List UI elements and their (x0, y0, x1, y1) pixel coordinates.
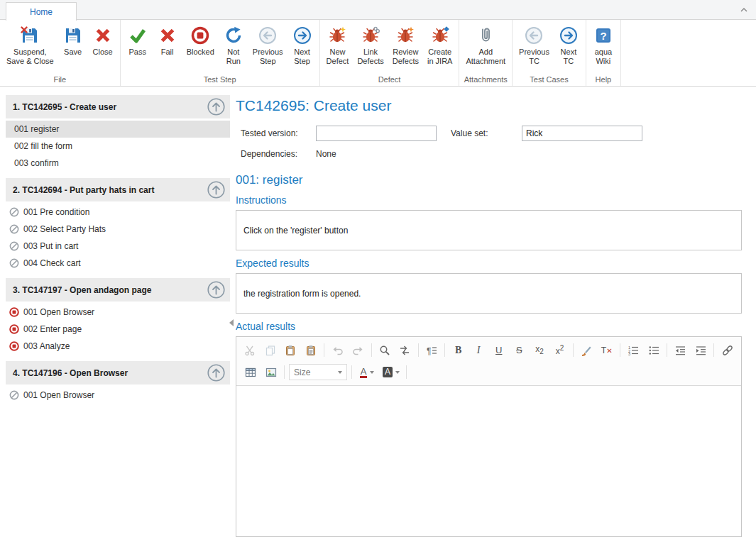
step-item-open-browser-2[interactable]: 001 Open Browser (6, 387, 230, 404)
testcase-section-4: 4. TC147196 - Open Browser 001 Open Brow… (6, 361, 230, 404)
insert-image-button[interactable] (261, 363, 280, 381)
previous-step-icon (258, 26, 278, 45)
numbered-list-button[interactable]: 123 (624, 341, 643, 359)
scroll-to-top-button[interactable] (207, 180, 226, 199)
step-item-check-cart[interactable]: 004 Check cart (6, 255, 230, 272)
superscript-button[interactable]: x2 (550, 341, 569, 359)
testcase-section-1: 1. TC142695 - Create user 001 register 0… (6, 95, 230, 172)
testcase-header-4[interactable]: 4. TC147196 - Open Browser (6, 361, 230, 385)
replace-button[interactable] (395, 341, 415, 359)
show-blocks-button[interactable]: ¶ (422, 341, 442, 359)
scroll-to-top-button[interactable] (207, 280, 226, 299)
copy-formatting-button[interactable] (577, 341, 596, 359)
link-defects-button[interactable]: LinkDefects (353, 21, 388, 74)
previous-tc-button[interactable]: PreviousTC (515, 21, 554, 74)
help-icon: ? (594, 26, 613, 45)
actual-results-input[interactable] (236, 386, 741, 536)
redo-icon (352, 345, 363, 356)
paste-text-button[interactable] (302, 341, 321, 359)
review-defects-button[interactable]: ReviewDefects (388, 21, 423, 74)
create-in-jira-button[interactable]: Createin JIRA (423, 21, 456, 74)
toolbar-separator (573, 343, 574, 357)
scroll-to-top-button[interactable] (207, 363, 226, 382)
value-set-label: Value set: (451, 128, 522, 138)
suspend-save-close-button[interactable]: Suspend,Save & Close (2, 21, 58, 74)
step-item-open-browser[interactable]: 001 Open Browser (6, 304, 230, 321)
copy-button[interactable] (261, 341, 280, 359)
not-run-button[interactable]: NotRun (219, 21, 248, 74)
dependencies-row: Dependencies: None (236, 149, 742, 159)
font-size-select[interactable]: Size (289, 364, 347, 380)
redo-button[interactable] (349, 341, 368, 359)
underline-button[interactable]: U (489, 341, 508, 359)
close-button[interactable]: Close (88, 21, 118, 74)
value-set-input[interactable] (522, 126, 642, 141)
step-label: 004 Check cart (23, 258, 81, 268)
step-label: 003 Analyze (23, 341, 70, 351)
next-tc-button[interactable]: NextTC (554, 21, 584, 74)
bulleted-list-button[interactable] (645, 341, 664, 359)
splitter-collapse-button[interactable] (229, 319, 234, 326)
insert-table-button[interactable] (241, 363, 260, 381)
subscript-button[interactable]: x2 (530, 341, 549, 359)
step-label: 001 Open Browser (23, 307, 94, 317)
step-item-fill-the-form[interactable]: 002 fill the form (6, 138, 230, 155)
button-label: Attachment (466, 57, 505, 65)
tab-home[interactable]: Home (6, 2, 77, 21)
step-label: 002 Select Party Hats (23, 224, 106, 234)
scroll-to-top-button[interactable] (207, 97, 226, 116)
ribbon-group-attachments: AddAttachment Attachments (459, 20, 513, 86)
ribbon-group-defect: NewDefect LinkDefects ReviewDefects Crea… (320, 20, 460, 86)
decrease-indent-button[interactable] (671, 341, 690, 359)
italic-button[interactable]: I (469, 341, 488, 359)
testcase-header-3[interactable]: 3. TC147197 - Open andagon page (6, 278, 230, 302)
testcase-header-1[interactable]: 1. TC142695 - Create user (6, 95, 230, 118)
remove-format-button[interactable]: T✕ (597, 341, 616, 359)
text-color-button[interactable]: A (356, 363, 378, 381)
tested-version-label: Tested version: (236, 128, 316, 138)
testcase-title: 1. TC142695 - Create user (13, 102, 207, 112)
find-button[interactable] (376, 341, 395, 359)
step-item-pre-condition[interactable]: 001 Pre condition (6, 204, 230, 221)
toolbar-separator (418, 343, 419, 357)
step-item-confirm[interactable]: 003 confirm (6, 155, 230, 172)
link-button[interactable] (718, 341, 737, 359)
testcase-section-2: 2. TC142694 - Put party hats in cart 001… (6, 178, 230, 272)
blocked-button[interactable]: Blocked (182, 21, 219, 74)
paste-text-icon (305, 345, 317, 356)
button-label: Run (226, 57, 241, 65)
toolbar-separator (713, 343, 714, 357)
bold-button[interactable]: B (449, 341, 468, 359)
ribbon-group-label-help: Help (586, 74, 620, 86)
increase-indent-button[interactable] (691, 341, 711, 359)
aqua-wiki-button[interactable]: ? aquaWiki (588, 21, 618, 74)
step-item-enter-page[interactable]: 002 Enter page (6, 321, 230, 338)
fail-button[interactable]: Fail (153, 21, 182, 74)
pass-button[interactable]: Pass (123, 21, 153, 74)
step-item-select-party-hats[interactable]: 002 Select Party Hats (6, 221, 230, 238)
undo-icon (332, 345, 344, 356)
button-label: Step (294, 57, 310, 65)
ribbon-collapse-button[interactable] (738, 4, 750, 16)
button-label: Save & Close (6, 57, 54, 65)
paste-button[interactable] (281, 341, 300, 359)
next-step-button[interactable]: NextStep (287, 21, 317, 74)
step-item-put-in-cart[interactable]: 003 Put in cart (6, 238, 230, 255)
new-defect-icon (328, 26, 346, 45)
cut-button[interactable] (241, 341, 260, 359)
strikethrough-button[interactable]: S (510, 341, 529, 359)
undo-button[interactable] (328, 341, 347, 359)
testcase-header-2[interactable]: 2. TC142694 - Put party hats in cart (6, 178, 230, 201)
new-defect-button[interactable]: NewDefect (322, 21, 354, 74)
outdent-icon (674, 345, 686, 356)
previous-step-button[interactable]: PreviousStep (248, 21, 287, 74)
add-attachment-button[interactable]: AddAttachment (461, 21, 510, 74)
tested-version-input[interactable] (316, 126, 437, 141)
toolbar-separator (444, 343, 445, 357)
step-item-analyze[interactable]: 003 Analyze (6, 338, 230, 355)
indent-icon (695, 345, 706, 356)
save-button[interactable]: Save (58, 21, 88, 74)
background-color-button[interactable]: A (380, 363, 402, 381)
step-item-register[interactable]: 001 register (6, 121, 230, 138)
version-row: Tested version: Value set: (236, 126, 742, 141)
